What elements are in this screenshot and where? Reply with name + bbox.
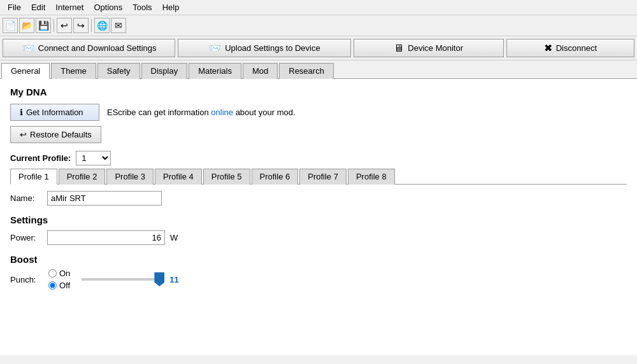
main-content: My DNA ℹ Get Information EScribe can get… [0,79,637,355]
profile-tab-bar: Profile 1 Profile 2 Profile 3 Profile 4 … [10,168,627,185]
toolbar: 📄 📂 💾 ↩ ↪ 🌐 ✉ [0,15,637,36]
connect-icon: 📨 [22,42,34,54]
connect-label: Connect and Download Settings [38,43,157,53]
restore-label: Restore Defaults [30,130,92,139]
profile-tab-7[interactable]: Profile 7 [299,169,347,185]
get-info-row: ℹ Get Information EScribe can get inform… [10,104,627,121]
punch-off-label: Off [59,281,70,290]
toolbar-separator-2 [91,19,92,32]
monitor-label: Device Monitor [408,43,463,53]
tab-research[interactable]: Research [279,63,334,79]
profile-tab-4[interactable]: Profile 4 [155,169,202,185]
power-field-row: Power: W [10,230,627,245]
boost-slider[interactable] [82,278,164,281]
profile-selector: Current Profile: 1 2 3 4 5 6 7 8 [10,151,627,165]
tab-mod[interactable]: Mod [243,63,278,79]
disconnect-button[interactable]: ✖ Disconnect [506,39,634,57]
action-bar: 📨 Connect and Download Settings 📨 Upload… [0,36,637,60]
boost-slider-container: 11 [82,275,178,284]
device-monitor-button[interactable]: 🖥 Device Monitor [354,39,504,57]
profile-tab-1[interactable]: Profile 1 [10,169,57,185]
punch-label: Punch: [10,275,42,284]
my-dna-title: My DNA [10,87,627,97]
punch-on-radio[interactable] [48,269,57,277]
monitor-icon: 🖥 [394,43,404,54]
settings-title: Settings [10,214,627,225]
restore-row: ↩ Restore Defaults [10,126,627,143]
upload-icon: 📨 [208,42,221,54]
current-profile-label: Current Profile: [10,153,71,163]
get-information-button[interactable]: ℹ Get Information [10,104,99,121]
restore-icon: ↩ [20,130,27,139]
disconnect-icon: ✖ [544,42,552,54]
menu-help[interactable]: Help [157,1,185,13]
tab-theme[interactable]: Theme [51,63,96,79]
profile-tab-2[interactable]: Profile 2 [59,169,106,185]
profile-select[interactable]: 1 2 3 4 5 6 7 8 [76,151,111,165]
toolbar-open[interactable]: 📂 [19,18,34,33]
profile-tab-8[interactable]: Profile 8 [348,169,395,185]
tab-safety[interactable]: Safety [97,63,140,79]
online-link[interactable]: online [211,108,233,117]
connect-download-button[interactable]: 📨 Connect and Download Settings [3,39,175,57]
punch-on-label: On [59,269,70,278]
restore-defaults-button[interactable]: ↩ Restore Defaults [10,126,101,143]
info-text-after: about your mod. [233,108,296,117]
menu-file[interactable]: File [3,1,26,13]
name-input[interactable] [47,191,162,206]
boost-slider-value: 11 [169,275,178,284]
tab-materials[interactable]: Materials [189,63,241,79]
punch-off-radio[interactable] [48,281,57,290]
punch-off-option[interactable]: Off [48,281,70,290]
name-field-row: Name: [10,191,627,206]
menu-tools[interactable]: Tools [127,1,157,13]
toolbar-internet[interactable]: 🌐 [94,18,110,33]
profile-tab-5[interactable]: Profile 5 [203,169,250,185]
profile-tab-3[interactable]: Profile 3 [106,169,154,185]
menu-edit[interactable]: Edit [26,1,50,13]
menu-bar: File Edit Internet Options Tools Help [0,0,637,15]
info-icon: ℹ [20,108,23,117]
punch-radio-group: On Off [48,269,70,290]
name-label: Name: [10,193,42,203]
profile-tab-6[interactable]: Profile 6 [252,169,299,185]
power-input[interactable] [47,230,165,245]
upload-settings-button[interactable]: 📨 Upload Settings to Device [178,39,350,57]
punch-row: Punch: On Off 11 [10,269,627,290]
menu-internet[interactable]: Internet [50,1,89,13]
tab-display[interactable]: Display [141,63,188,79]
toolbar-new[interactable]: 📄 [3,18,18,33]
tab-general[interactable]: General [1,63,50,79]
toolbar-redo[interactable]: ↪ [73,18,89,33]
boost-title: Boost [10,254,627,265]
info-text: EScribe can get information online about… [107,108,296,117]
power-unit: W [170,233,178,242]
menu-options[interactable]: Options [89,1,127,13]
toolbar-save[interactable]: 💾 [36,18,51,33]
get-info-label: Get Information [26,108,83,117]
toolbar-undo[interactable]: ↩ [57,18,72,33]
punch-on-option[interactable]: On [48,269,70,278]
disconnect-label: Disconnect [556,43,597,53]
toolbar-email[interactable]: ✉ [111,18,126,33]
main-tab-bar: General Theme Safety Display Materials M… [0,60,637,79]
upload-label: Upload Settings to Device [225,43,320,53]
toolbar-separator-1 [54,19,54,32]
info-text-before: EScribe can get information [107,108,211,117]
power-label: Power: [10,233,42,242]
